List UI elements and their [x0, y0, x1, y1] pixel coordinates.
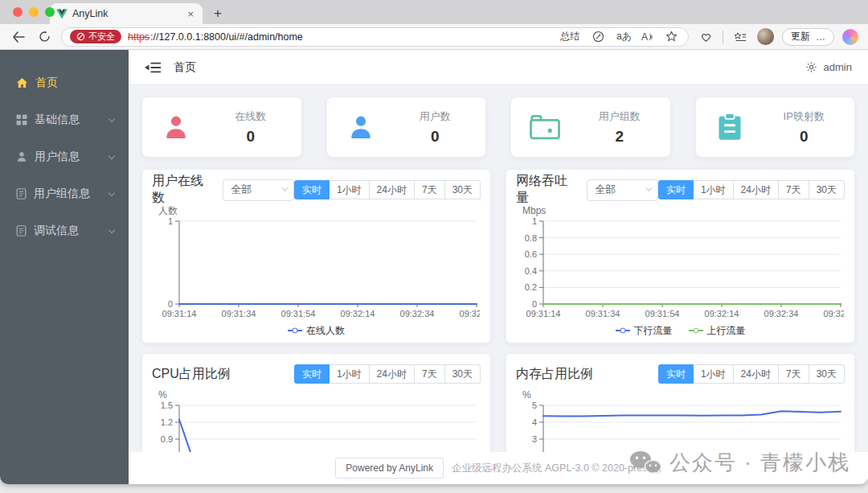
- chart-title: CPU占用比例: [152, 366, 231, 383]
- svg-text:0.4: 0.4: [525, 266, 537, 276]
- update-button[interactable]: 更新 …: [782, 28, 834, 46]
- time-range-buttons: 实时1小时24小时7天30天: [294, 364, 481, 384]
- time-range-buttons: 实时1小时24小时7天30天: [658, 180, 845, 199]
- browser-tab[interactable]: AnyLink ×: [50, 3, 203, 24]
- chart-title: 用户在线数: [152, 173, 211, 207]
- profile-avatar[interactable]: [757, 28, 774, 45]
- chart-title: 网络吞吐量: [516, 173, 575, 207]
- gear-icon[interactable]: [805, 61, 817, 73]
- favorite-star-icon[interactable]: [662, 28, 680, 46]
- time-button-实时[interactable]: 实时: [658, 180, 694, 199]
- stat-card-ip-map: IP映射数 0: [695, 97, 856, 158]
- svg-text:0.9: 0.9: [161, 434, 173, 444]
- time-button-30天[interactable]: 30天: [809, 180, 845, 199]
- browser-window: AnyLink × + 不安全 https://127.0.0.1:8800/u…: [0, 0, 868, 484]
- time-button-实时[interactable]: 实时: [658, 364, 694, 384]
- svg-text:09:32:34: 09:32:34: [764, 309, 799, 318]
- copilot-icon[interactable]: [842, 29, 858, 45]
- chevron-down-icon: [108, 226, 115, 232]
- more-menu-icon[interactable]: …: [816, 31, 825, 43]
- chevron-down-icon: [108, 115, 115, 121]
- svg-text:0.6: 0.6: [525, 249, 537, 259]
- tab-bar: AnyLink × +: [0, 0, 868, 24]
- time-button-实时[interactable]: 实时: [294, 364, 330, 384]
- url-text[interactable]: https://127.0.0.1:8800/ui/#/admin/home: [128, 31, 303, 43]
- range-select[interactable]: 全部: [223, 179, 294, 201]
- read-aloud-icon[interactable]: A: [641, 31, 653, 43]
- home-icon: [16, 77, 28, 88]
- stat-value: 0: [210, 128, 292, 146]
- back-icon[interactable]: [10, 28, 27, 46]
- time-button-24小时[interactable]: 24小时: [370, 180, 415, 199]
- svg-text:09:31:54: 09:31:54: [645, 309, 680, 318]
- tab-close-icon[interactable]: ×: [185, 8, 196, 20]
- collapse-menu-icon[interactable]: [145, 61, 161, 74]
- stat-card-groups: 用户组数 2: [510, 97, 671, 158]
- legend-下行流量[interactable]: 下行流量: [616, 324, 673, 338]
- watermark-text: 公众号 · 青檬小栈: [669, 449, 850, 477]
- time-button-7天[interactable]: 7天: [415, 180, 445, 199]
- sidebar-item-home[interactable]: 首页: [0, 64, 129, 101]
- new-tab-button[interactable]: +: [214, 6, 222, 22]
- toolbar-separator: [723, 31, 723, 43]
- zoom-window-button[interactable]: [45, 7, 55, 17]
- minimize-window-button[interactable]: [29, 7, 39, 17]
- time-button-7天[interactable]: 7天: [779, 364, 809, 384]
- translate-icon[interactable]: aあ: [616, 30, 632, 43]
- not-secure-badge[interactable]: 不安全: [70, 30, 121, 43]
- time-button-1小时[interactable]: 1小时: [694, 180, 734, 199]
- time-button-1小时[interactable]: 1小时: [330, 180, 370, 199]
- time-button-30天[interactable]: 30天: [445, 180, 481, 199]
- document-icon: [16, 188, 27, 199]
- breadcrumb[interactable]: 首页: [174, 60, 196, 75]
- username[interactable]: admin: [824, 61, 852, 73]
- url-scheme: https: [128, 31, 149, 43]
- time-button-24小时[interactable]: 24小时: [734, 180, 779, 199]
- time-button-7天[interactable]: 7天: [415, 364, 445, 384]
- sidebar-item-debug-info[interactable]: 调试信息: [0, 212, 129, 249]
- reload-icon[interactable]: [35, 28, 53, 46]
- time-button-24小时[interactable]: 24小时: [370, 364, 415, 384]
- favorites-bar-icon[interactable]: [731, 28, 749, 46]
- address-bar[interactable]: 不安全 https://127.0.0.1:8800/ui/#/admin/ho…: [61, 27, 689, 47]
- chart-row-1: 用户在线数 全部 实时1小时24小时7天30天 人数0109:31:1409:3…: [129, 158, 868, 343]
- vue-logo-icon: [56, 9, 68, 19]
- sidebar-item-user-info[interactable]: 用户信息: [0, 138, 129, 175]
- stat-card-users: 用户数 0: [326, 97, 487, 158]
- close-window-button[interactable]: [13, 7, 23, 17]
- chart-canvas: Mbps00.20.40.60.8109:31:1409:31:3409:31:…: [516, 205, 844, 320]
- svg-text:3: 3: [532, 434, 537, 444]
- svg-text:1: 1: [168, 216, 173, 226]
- svg-text:%: %: [158, 389, 167, 401]
- sidebar-item-group-info[interactable]: 用户组信息: [0, 175, 129, 212]
- chevron-down-icon: [108, 152, 115, 158]
- sidebar-item-basic-info[interactable]: 基础信息: [0, 101, 129, 138]
- svg-text:%: %: [522, 389, 531, 401]
- time-button-30天[interactable]: 30天: [445, 364, 481, 384]
- compose-icon[interactable]: [589, 28, 607, 46]
- svg-text:09:31:54: 09:31:54: [281, 309, 316, 318]
- svg-text:5: 5: [532, 401, 537, 410]
- traffic-lights: [13, 7, 55, 17]
- clipboard-icon: [696, 113, 764, 142]
- page-header: 首页 admin: [129, 50, 868, 85]
- time-button-24小时[interactable]: 24小时: [734, 364, 779, 384]
- stat-card-online: 在线数 0: [141, 97, 302, 158]
- time-button-1小时[interactable]: 1小时: [694, 364, 734, 384]
- powered-by-link[interactable]: Powered by AnyLink: [335, 458, 444, 479]
- stat-cards: 在线数 0 用户数 0: [129, 85, 868, 158]
- browser-essentials-icon[interactable]: [697, 28, 714, 46]
- range-select[interactable]: 全部: [587, 179, 658, 201]
- url-rest: ://127.0.0.1:8800/ui/#/admin/home: [150, 31, 303, 43]
- svg-text:人数: 人数: [158, 205, 178, 216]
- time-button-30天[interactable]: 30天: [809, 364, 845, 384]
- time-button-实时[interactable]: 实时: [294, 180, 330, 199]
- legend-在线人数[interactable]: 在线人数: [288, 324, 345, 338]
- time-button-1小时[interactable]: 1小时: [330, 364, 370, 384]
- summarize-button[interactable]: 总结: [560, 30, 579, 43]
- chart-card-network: 网络吞吐量 全部 实时1小时24小时7天30天 Mbps00.20.40.60.…: [506, 169, 855, 343]
- legend-上行流量[interactable]: 上行流量: [689, 324, 746, 338]
- browser-toolbar: 不安全 https://127.0.0.1:8800/ui/#/admin/ho…: [0, 24, 868, 50]
- time-button-7天[interactable]: 7天: [779, 180, 809, 199]
- person-icon: [142, 113, 210, 142]
